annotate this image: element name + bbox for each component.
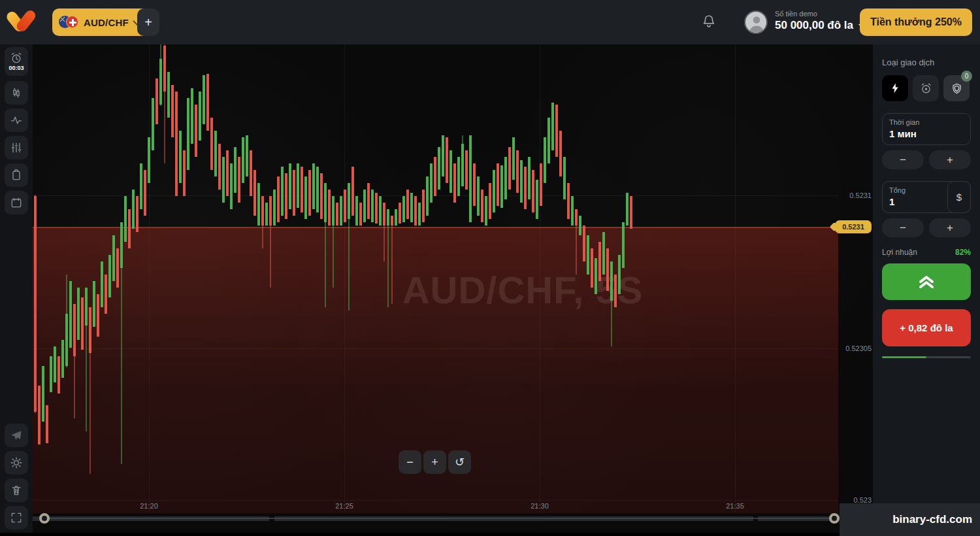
price-axis-label: 0.5231 bbox=[840, 192, 872, 199]
slider-handle-right[interactable] bbox=[829, 513, 840, 524]
site-footer: binary-cfd.com bbox=[840, 503, 980, 536]
history-slider-track[interactable] bbox=[44, 518, 834, 519]
top-bar: AUD/CHF + Số tiền demo 50 000,00 đô la T… bbox=[0, 0, 980, 44]
sentiment-bar-fill bbox=[882, 356, 926, 358]
amount-stepper: − + bbox=[882, 218, 971, 237]
time-minus-button[interactable]: − bbox=[882, 150, 924, 169]
trade-type-label: Loại giao dịch bbox=[882, 58, 971, 67]
buy-up-button[interactable] bbox=[882, 263, 971, 300]
timed-trade-button[interactable] bbox=[913, 75, 939, 101]
shield-count-badge: 0 bbox=[961, 71, 972, 82]
zoom-in-button[interactable]: + bbox=[423, 450, 446, 474]
zoom-out-button[interactable]: − bbox=[399, 450, 421, 474]
candlestick-icon bbox=[10, 86, 23, 99]
orders-clipboard-button[interactable] bbox=[5, 163, 28, 187]
pulse-line-icon bbox=[10, 114, 23, 127]
fullscreen-button[interactable] bbox=[5, 506, 28, 529]
sell-down-button[interactable]: + 0,82 đô la bbox=[882, 309, 971, 346]
asset-name: AUD/CHF bbox=[84, 17, 129, 28]
time-plus-button[interactable]: + bbox=[929, 150, 971, 169]
settings-gear-button[interactable] bbox=[5, 451, 28, 475]
indicators-pulse-button[interactable] bbox=[5, 109, 28, 132]
clear-trash-button[interactable] bbox=[5, 478, 28, 502]
amount-minus-button[interactable]: − bbox=[882, 218, 924, 237]
avatar[interactable] bbox=[744, 10, 768, 34]
trash-icon bbox=[10, 484, 23, 497]
timer-value: 00:03 bbox=[8, 65, 24, 71]
profit-label: Lợi nhuận bbox=[882, 248, 917, 257]
time-field-value: 1 мин bbox=[889, 128, 964, 139]
shield-icon bbox=[951, 82, 963, 95]
gear-icon bbox=[10, 456, 23, 469]
balance-label: Số tiền demo bbox=[775, 10, 865, 18]
time-field[interactable]: Thời gian 1 мин bbox=[882, 113, 971, 145]
switzerland-flag-icon bbox=[66, 16, 78, 28]
time-stepper: − + bbox=[882, 150, 971, 169]
alarm-clock-icon bbox=[10, 52, 23, 65]
sliders-icon bbox=[10, 141, 23, 154]
time-axis-label: 21:25 bbox=[325, 502, 364, 510]
protected-trade-button[interactable]: 0 bbox=[943, 75, 970, 101]
calendar-icon bbox=[10, 196, 23, 209]
lightning-icon bbox=[889, 82, 901, 94]
reset-view-button[interactable]: ↺ bbox=[448, 450, 471, 474]
alarm-clock-icon bbox=[920, 82, 932, 95]
calendar-button[interactable] bbox=[5, 191, 28, 214]
asset-flags-icon bbox=[59, 16, 78, 29]
quick-trade-button[interactable] bbox=[882, 75, 908, 101]
paper-plane-icon bbox=[10, 429, 23, 442]
time-axis-label: 21:30 bbox=[520, 502, 559, 510]
clipboard-icon bbox=[10, 169, 23, 182]
bottom-strip bbox=[0, 533, 840, 536]
time-field-label: Thời gian bbox=[889, 118, 964, 126]
left-toolbar: 00:03 bbox=[0, 44, 33, 533]
trade-type-switcher: 0 bbox=[882, 75, 971, 101]
fullscreen-icon bbox=[10, 511, 23, 524]
telegram-button[interactable] bbox=[5, 424, 28, 447]
time-axis-label: 21:35 bbox=[715, 502, 755, 510]
bonus-button[interactable]: Tiền thưởng 250% bbox=[860, 8, 972, 36]
add-asset-button[interactable]: + bbox=[137, 8, 159, 36]
site-name: binary-cfd.com bbox=[892, 513, 972, 526]
chart-zoom-controls: − + ↺ bbox=[399, 450, 471, 474]
account-balance[interactable]: Số tiền demo 50 000,00 đô la bbox=[775, 10, 865, 32]
chart-area[interactable]: AUD/CHF, 5S 0.52310.523050.52321:2021:25… bbox=[33, 44, 873, 533]
trading-app: AUD/CHF + Số tiền demo 50 000,00 đô la T… bbox=[0, 0, 980, 536]
currency-toggle[interactable]: $ bbox=[947, 181, 971, 213]
chart-type-button[interactable] bbox=[5, 81, 28, 105]
sentiment-bar bbox=[882, 356, 971, 358]
balance-value: 50 000,00 đô la bbox=[775, 19, 853, 32]
trade-panel: Loại giao dịch 0 Thời gian bbox=[873, 44, 980, 536]
profit-row: Lợi nhuận 82% bbox=[882, 248, 971, 257]
trade-timer-button[interactable]: 00:03 bbox=[5, 47, 28, 76]
profit-value: 82% bbox=[955, 248, 971, 257]
amount-field[interactable]: Tổng 1 $ bbox=[882, 181, 971, 213]
current-price-tag: 0.5231 bbox=[835, 220, 872, 233]
brand-logo[interactable] bbox=[9, 8, 35, 37]
asset-selector[interactable]: AUD/CHF bbox=[52, 8, 149, 36]
price-axis-label: 0.52305 bbox=[840, 344, 872, 352]
settings-sliders-button[interactable] bbox=[5, 136, 28, 159]
notifications-bell-icon[interactable] bbox=[700, 14, 717, 31]
slider-handle-left[interactable] bbox=[39, 513, 50, 524]
amount-plus-button[interactable]: + bbox=[929, 218, 971, 237]
double-chevron-up-icon bbox=[917, 273, 936, 290]
time-axis-label: 21:20 bbox=[129, 502, 169, 510]
candlesticks bbox=[33, 44, 838, 513]
